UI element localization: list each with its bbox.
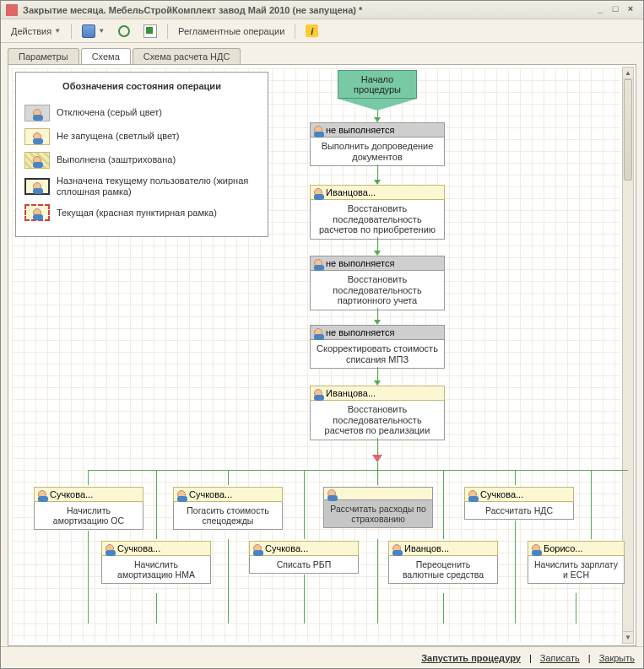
node-text: Восстановить последовательность партионн… (310, 271, 445, 310)
connector (377, 462, 378, 485)
legend-row-off: Отключена (серый цвет) (24, 105, 259, 121)
close-link[interactable]: Закрыть (599, 653, 635, 663)
scroll-up-button[interactable]: ▲ (623, 67, 633, 79)
connector (156, 593, 157, 623)
window-title: Закрытие месяца. МебельСтройКомплект зав… (23, 5, 593, 15)
branch-node-amort-nma[interactable]: Сучкова... Начислить амортизацию НМА (101, 541, 211, 584)
start-label: Начало процедуры (338, 70, 417, 99)
branch-node-rbp[interactable]: Сучкова... Списать РБП (249, 541, 359, 574)
node-assignee: не выполняется (326, 327, 394, 337)
node-assignee: Сучкова... (265, 543, 308, 553)
app-icon (6, 4, 18, 16)
branch-node-currency[interactable]: Иванцов... Переоценить валютные средства (388, 541, 498, 584)
branch-node-salary[interactable]: Борисо... Начислить зарплату и ЕСН (528, 541, 625, 584)
refresh-icon (118, 25, 130, 37)
legend-panel: Обозначения состояния операции Отключена… (15, 72, 268, 237)
node-text: Начислить зарплату и ЕСН (528, 556, 625, 584)
node-assignee: Борисо... (544, 543, 583, 553)
info-button[interactable]: i (300, 23, 323, 39)
flow-node-5[interactable]: Иванцова... Восстановить последовательно… (310, 386, 445, 440)
chevron-down-icon: ▼ (54, 27, 61, 35)
node-text: Погасить стоимость спецодежды (173, 502, 283, 530)
branch-node-insurance[interactable]: Рассчитать расходы по страхованию (323, 487, 433, 528)
node-assignee: не выполняется (326, 258, 394, 268)
connector (304, 575, 305, 623)
flow-node-3[interactable]: не выполняется Восстановить последовател… (310, 256, 445, 310)
flow-node-1[interactable]: не выполняется Выполнить допроведение до… (310, 122, 445, 166)
flow-start-node[interactable]: Начало процедуры (338, 70, 417, 111)
person-icon (314, 126, 322, 134)
branch-node-amort-os[interactable]: Сучкова... Начислить амортизацию ОС (34, 487, 143, 530)
person-icon (177, 490, 186, 499)
person-icon (314, 188, 322, 197)
tab-params[interactable]: Параметры (8, 48, 79, 64)
person-icon (314, 328, 322, 337)
toolbar: Действия ▼ ▼ Регламентные операции i (1, 19, 643, 43)
node-text: Начислить амортизацию ОС (34, 502, 143, 530)
legend-title: Обозначения состояния операции (24, 78, 259, 98)
node-assignee: Сучкова... (117, 543, 160, 553)
flow-node-4[interactable]: не выполняется Скорректировать стоимость… (310, 325, 445, 369)
connector (88, 470, 89, 485)
refresh-button[interactable] (113, 24, 135, 39)
connector (377, 165, 378, 181)
save-icon (82, 24, 95, 38)
save-link[interactable]: Записать (540, 653, 580, 663)
node-text: Списать РБП (249, 556, 359, 574)
legend-icon-current (24, 204, 50, 221)
legend-row-assigned: Назначена текущему пользователю (жирная … (24, 175, 259, 197)
save-button[interactable]: ▼ (77, 23, 110, 40)
info-icon: i (306, 24, 318, 37)
titlebar: Закрытие месяца. МебельСтройКомплект зав… (1, 1, 643, 19)
node-assignee: Сучкова... (480, 489, 523, 499)
connector (88, 470, 628, 471)
footer: Запустить процедуру | Записать | Закрыть (1, 646, 643, 668)
separator (167, 24, 168, 39)
legend-row-done: Выполнена (заштрихована) (24, 152, 259, 169)
legend-row-current: Текущая (красная пунктирная рамка) (24, 204, 259, 221)
connector (576, 593, 576, 623)
chevron-down-icon: ▼ (98, 27, 105, 35)
separator (295, 24, 295, 39)
reglament-ops-button[interactable]: Регламентные операции (173, 24, 290, 38)
tab-scheme[interactable]: Схема (81, 48, 131, 64)
connector (377, 539, 378, 623)
actions-label: Действия (11, 26, 51, 36)
doc-button[interactable] (138, 23, 162, 40)
node-text: Выполнить допроведение документов (310, 138, 445, 166)
fanout-arrow-icon (372, 455, 382, 462)
connector (591, 470, 592, 539)
tabs: Параметры Схема Схема расчета НДС (1, 43, 643, 64)
node-assignee: не выполняется (326, 125, 394, 135)
person-icon (106, 544, 114, 553)
tab-vat[interactable]: Схема расчета НДС (133, 48, 241, 64)
person-icon (468, 490, 477, 499)
legend-text-nostart: Не запущена (светлый цвет) (57, 131, 179, 142)
reglament-label: Регламентные операции (178, 26, 284, 36)
legend-icon-notstarted (24, 128, 50, 145)
flow-node-2[interactable]: Иванцова... Восстановить последовательно… (310, 185, 445, 240)
node-assignee: Иванцова... (326, 187, 376, 197)
minimize-button[interactable]: _ (593, 3, 608, 17)
run-procedure-link[interactable]: Запустить процедуру (421, 653, 521, 663)
separator: | (529, 653, 532, 663)
legend-icon-disabled (24, 105, 50, 121)
scroll-down-button[interactable]: ▼ (623, 631, 633, 643)
legend-row-nostart: Не запущена (светлый цвет) (24, 128, 259, 145)
node-text: Начислить амортизацию НМА (101, 556, 211, 584)
person-icon (314, 389, 322, 397)
branch-node-spec[interactable]: Сучкова... Погасить стоимость спецодежды (173, 487, 283, 530)
connector (515, 521, 516, 623)
close-window-button[interactable]: × (623, 3, 638, 17)
scheme-canvas: ▲ ▼ Обозначения состояния операции Отклю… (8, 64, 636, 646)
connector (304, 470, 305, 539)
node-assignee: Иванцов... (404, 543, 449, 553)
node-assignee: Сучкова... (50, 489, 93, 499)
actions-menu[interactable]: Действия ▼ (6, 24, 66, 38)
separator: | (588, 653, 591, 663)
maximize-button[interactable]: □ (608, 3, 623, 17)
scroll-thumb[interactable] (624, 79, 632, 181)
person-icon (392, 544, 401, 553)
connector (377, 438, 378, 456)
branch-node-nds[interactable]: Сучкова... Рассчитать НДС (464, 487, 574, 520)
